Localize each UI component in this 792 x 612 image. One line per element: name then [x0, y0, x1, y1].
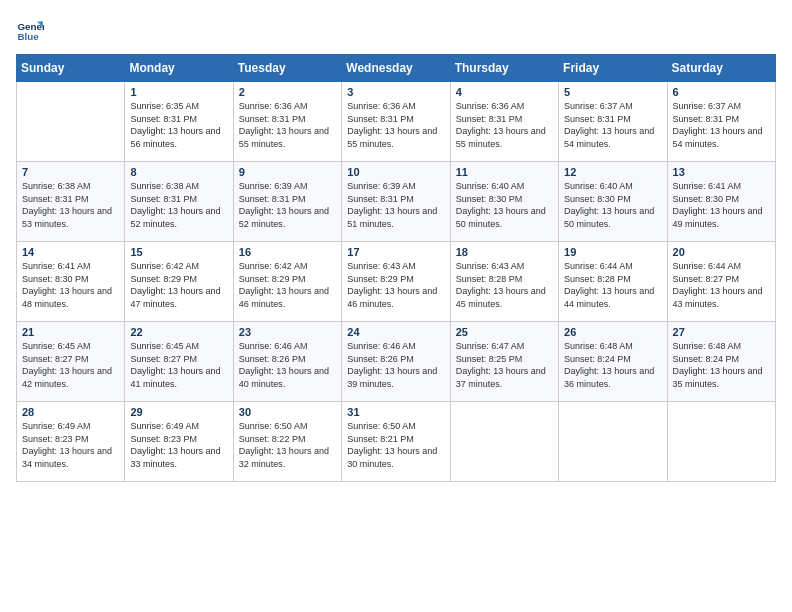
calendar-week-row: 21Sunrise: 6:45 AMSunset: 8:27 PMDayligh…: [17, 322, 776, 402]
cell-info: Sunrise: 6:47 AMSunset: 8:25 PMDaylight:…: [456, 340, 553, 390]
cell-info: Sunrise: 6:37 AMSunset: 8:31 PMDaylight:…: [673, 100, 770, 150]
calendar-table: SundayMondayTuesdayWednesdayThursdayFrid…: [16, 54, 776, 482]
calendar-cell: 21Sunrise: 6:45 AMSunset: 8:27 PMDayligh…: [17, 322, 125, 402]
cell-info: Sunrise: 6:37 AMSunset: 8:31 PMDaylight:…: [564, 100, 661, 150]
calendar-cell: 25Sunrise: 6:47 AMSunset: 8:25 PMDayligh…: [450, 322, 558, 402]
calendar-cell: 8Sunrise: 6:38 AMSunset: 8:31 PMDaylight…: [125, 162, 233, 242]
calendar-week-row: 1Sunrise: 6:35 AMSunset: 8:31 PMDaylight…: [17, 82, 776, 162]
svg-text:Blue: Blue: [17, 31, 39, 42]
calendar-cell: 2Sunrise: 6:36 AMSunset: 8:31 PMDaylight…: [233, 82, 341, 162]
calendar-cell: 11Sunrise: 6:40 AMSunset: 8:30 PMDayligh…: [450, 162, 558, 242]
calendar-cell: 9Sunrise: 6:39 AMSunset: 8:31 PMDaylight…: [233, 162, 341, 242]
calendar-cell: 1Sunrise: 6:35 AMSunset: 8:31 PMDaylight…: [125, 82, 233, 162]
day-number: 30: [239, 406, 336, 418]
cell-info: Sunrise: 6:39 AMSunset: 8:31 PMDaylight:…: [239, 180, 336, 230]
day-number: 15: [130, 246, 227, 258]
calendar-cell: 22Sunrise: 6:45 AMSunset: 8:27 PMDayligh…: [125, 322, 233, 402]
calendar-cell: 23Sunrise: 6:46 AMSunset: 8:26 PMDayligh…: [233, 322, 341, 402]
calendar-cell: 17Sunrise: 6:43 AMSunset: 8:29 PMDayligh…: [342, 242, 450, 322]
weekday-header: Saturday: [667, 55, 775, 82]
calendar-cell: 12Sunrise: 6:40 AMSunset: 8:30 PMDayligh…: [559, 162, 667, 242]
cell-info: Sunrise: 6:45 AMSunset: 8:27 PMDaylight:…: [130, 340, 227, 390]
calendar-cell: 3Sunrise: 6:36 AMSunset: 8:31 PMDaylight…: [342, 82, 450, 162]
calendar-cell: [450, 402, 558, 482]
calendar-cell: 24Sunrise: 6:46 AMSunset: 8:26 PMDayligh…: [342, 322, 450, 402]
day-number: 17: [347, 246, 444, 258]
calendar-cell: 16Sunrise: 6:42 AMSunset: 8:29 PMDayligh…: [233, 242, 341, 322]
day-number: 12: [564, 166, 661, 178]
weekday-header: Sunday: [17, 55, 125, 82]
cell-info: Sunrise: 6:49 AMSunset: 8:23 PMDaylight:…: [22, 420, 119, 470]
calendar-cell: 31Sunrise: 6:50 AMSunset: 8:21 PMDayligh…: [342, 402, 450, 482]
page-header: General Blue: [16, 16, 776, 44]
day-number: 25: [456, 326, 553, 338]
calendar-cell: 29Sunrise: 6:49 AMSunset: 8:23 PMDayligh…: [125, 402, 233, 482]
day-number: 18: [456, 246, 553, 258]
calendar-cell: 30Sunrise: 6:50 AMSunset: 8:22 PMDayligh…: [233, 402, 341, 482]
day-number: 8: [130, 166, 227, 178]
calendar-cell: [17, 82, 125, 162]
cell-info: Sunrise: 6:46 AMSunset: 8:26 PMDaylight:…: [347, 340, 444, 390]
cell-info: Sunrise: 6:45 AMSunset: 8:27 PMDaylight:…: [22, 340, 119, 390]
calendar-cell: 20Sunrise: 6:44 AMSunset: 8:27 PMDayligh…: [667, 242, 775, 322]
day-number: 4: [456, 86, 553, 98]
calendar-cell: 4Sunrise: 6:36 AMSunset: 8:31 PMDaylight…: [450, 82, 558, 162]
weekday-header: Thursday: [450, 55, 558, 82]
cell-info: Sunrise: 6:46 AMSunset: 8:26 PMDaylight:…: [239, 340, 336, 390]
day-number: 11: [456, 166, 553, 178]
day-number: 2: [239, 86, 336, 98]
day-number: 6: [673, 86, 770, 98]
calendar-cell: [667, 402, 775, 482]
calendar-body: 1Sunrise: 6:35 AMSunset: 8:31 PMDaylight…: [17, 82, 776, 482]
cell-info: Sunrise: 6:41 AMSunset: 8:30 PMDaylight:…: [673, 180, 770, 230]
day-number: 16: [239, 246, 336, 258]
cell-info: Sunrise: 6:48 AMSunset: 8:24 PMDaylight:…: [564, 340, 661, 390]
calendar-week-row: 28Sunrise: 6:49 AMSunset: 8:23 PMDayligh…: [17, 402, 776, 482]
calendar-cell: 6Sunrise: 6:37 AMSunset: 8:31 PMDaylight…: [667, 82, 775, 162]
calendar-cell: 28Sunrise: 6:49 AMSunset: 8:23 PMDayligh…: [17, 402, 125, 482]
day-number: 26: [564, 326, 661, 338]
calendar-cell: 7Sunrise: 6:38 AMSunset: 8:31 PMDaylight…: [17, 162, 125, 242]
cell-info: Sunrise: 6:35 AMSunset: 8:31 PMDaylight:…: [130, 100, 227, 150]
day-number: 20: [673, 246, 770, 258]
calendar-cell: 19Sunrise: 6:44 AMSunset: 8:28 PMDayligh…: [559, 242, 667, 322]
day-number: 14: [22, 246, 119, 258]
calendar-header: SundayMondayTuesdayWednesdayThursdayFrid…: [17, 55, 776, 82]
cell-info: Sunrise: 6:36 AMSunset: 8:31 PMDaylight:…: [239, 100, 336, 150]
day-number: 29: [130, 406, 227, 418]
calendar-cell: 13Sunrise: 6:41 AMSunset: 8:30 PMDayligh…: [667, 162, 775, 242]
weekday-header: Friday: [559, 55, 667, 82]
cell-info: Sunrise: 6:42 AMSunset: 8:29 PMDaylight:…: [239, 260, 336, 310]
day-number: 13: [673, 166, 770, 178]
cell-info: Sunrise: 6:43 AMSunset: 8:28 PMDaylight:…: [456, 260, 553, 310]
cell-info: Sunrise: 6:42 AMSunset: 8:29 PMDaylight:…: [130, 260, 227, 310]
logo-icon: General Blue: [16, 16, 44, 44]
day-number: 23: [239, 326, 336, 338]
day-number: 21: [22, 326, 119, 338]
day-number: 9: [239, 166, 336, 178]
calendar-cell: 27Sunrise: 6:48 AMSunset: 8:24 PMDayligh…: [667, 322, 775, 402]
day-number: 24: [347, 326, 444, 338]
calendar-cell: [559, 402, 667, 482]
calendar-cell: 5Sunrise: 6:37 AMSunset: 8:31 PMDaylight…: [559, 82, 667, 162]
cell-info: Sunrise: 6:39 AMSunset: 8:31 PMDaylight:…: [347, 180, 444, 230]
calendar-week-row: 7Sunrise: 6:38 AMSunset: 8:31 PMDaylight…: [17, 162, 776, 242]
cell-info: Sunrise: 6:48 AMSunset: 8:24 PMDaylight:…: [673, 340, 770, 390]
cell-info: Sunrise: 6:38 AMSunset: 8:31 PMDaylight:…: [130, 180, 227, 230]
calendar-cell: 18Sunrise: 6:43 AMSunset: 8:28 PMDayligh…: [450, 242, 558, 322]
cell-info: Sunrise: 6:40 AMSunset: 8:30 PMDaylight:…: [564, 180, 661, 230]
day-number: 3: [347, 86, 444, 98]
day-number: 27: [673, 326, 770, 338]
day-number: 22: [130, 326, 227, 338]
calendar-week-row: 14Sunrise: 6:41 AMSunset: 8:30 PMDayligh…: [17, 242, 776, 322]
cell-info: Sunrise: 6:41 AMSunset: 8:30 PMDaylight:…: [22, 260, 119, 310]
calendar-cell: 10Sunrise: 6:39 AMSunset: 8:31 PMDayligh…: [342, 162, 450, 242]
day-number: 10: [347, 166, 444, 178]
calendar-cell: 15Sunrise: 6:42 AMSunset: 8:29 PMDayligh…: [125, 242, 233, 322]
cell-info: Sunrise: 6:50 AMSunset: 8:21 PMDaylight:…: [347, 420, 444, 470]
day-number: 28: [22, 406, 119, 418]
calendar-cell: 14Sunrise: 6:41 AMSunset: 8:30 PMDayligh…: [17, 242, 125, 322]
cell-info: Sunrise: 6:36 AMSunset: 8:31 PMDaylight:…: [347, 100, 444, 150]
day-number: 5: [564, 86, 661, 98]
cell-info: Sunrise: 6:36 AMSunset: 8:31 PMDaylight:…: [456, 100, 553, 150]
